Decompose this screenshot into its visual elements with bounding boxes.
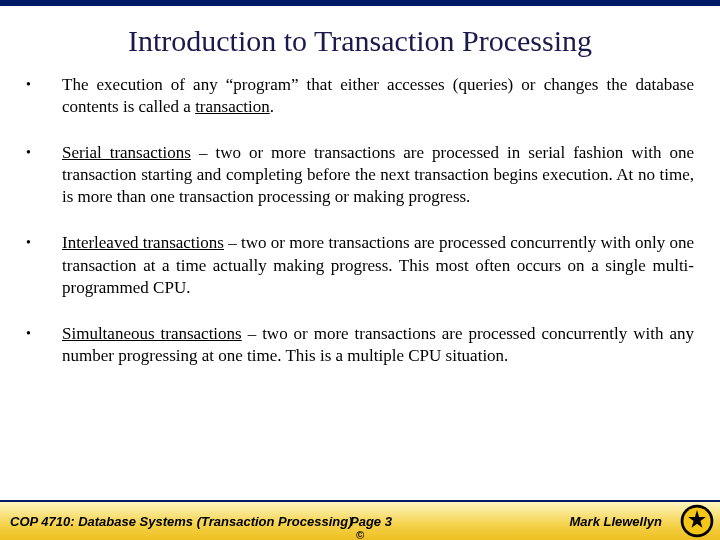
- list-item: • Interleaved transactions – two or more…: [26, 232, 694, 298]
- bullet-text: Serial transactions – two or more transa…: [62, 142, 694, 208]
- footer-author: Mark Llewellyn: [570, 514, 662, 529]
- footer-page: Page 3: [350, 514, 392, 529]
- bullet-pre: The execution of any “program” that eith…: [62, 75, 694, 116]
- bullet-icon: •: [26, 74, 62, 118]
- list-item: • Serial transactions – two or more tran…: [26, 142, 694, 208]
- bullet-term: Simultaneous transactions: [62, 324, 242, 343]
- list-item: • The execution of any “program” that ei…: [26, 74, 694, 118]
- bullet-text: The execution of any “program” that eith…: [62, 74, 694, 118]
- bullet-list: • The execution of any “program” that ei…: [26, 74, 694, 367]
- slide-body: • The execution of any “program” that ei…: [0, 74, 720, 500]
- bullet-post: .: [270, 97, 274, 116]
- bullet-term: transaction: [195, 97, 270, 116]
- bullet-icon: •: [26, 323, 62, 367]
- bullet-icon: •: [26, 142, 62, 208]
- footer-copyright: ©: [356, 529, 364, 540]
- slide: Introduction to Transaction Processing •…: [0, 0, 720, 540]
- bullet-text: Simultaneous transactions – two or more …: [62, 323, 694, 367]
- bullet-icon: •: [26, 232, 62, 298]
- bullet-term: Serial transactions: [62, 143, 191, 162]
- slide-footer: COP 4710: Database Systems (Transaction …: [0, 500, 720, 540]
- bullet-text: Interleaved transactions – two or more t…: [62, 232, 694, 298]
- slide-title: Introduction to Transaction Processing: [0, 6, 720, 74]
- list-item: • Simultaneous transactions – two or mor…: [26, 323, 694, 367]
- bullet-term: Interleaved transactions: [62, 233, 224, 252]
- ucf-logo-icon: [680, 504, 714, 538]
- footer-course: COP 4710: Database Systems (Transaction …: [10, 514, 352, 529]
